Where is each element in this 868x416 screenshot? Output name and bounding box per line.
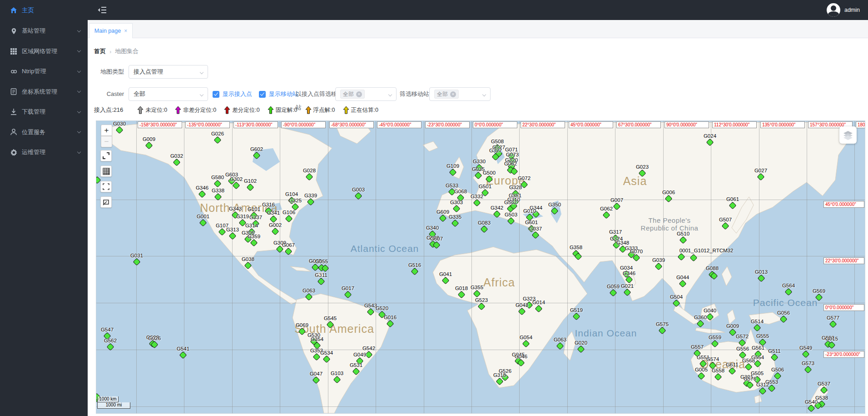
tag-close-icon[interactable]: × [450,91,456,97]
station-label: G504 [670,294,683,300]
station-label: G358 [570,245,582,250]
user-name: admin [844,7,860,13]
station-label: G106 [283,210,295,215]
sidebar-item-label: 位置服务 [22,128,78,136]
sidebar-item-1[interactable]: 基站管理 [0,21,88,41]
top-bar: admin [0,0,868,20]
graticule-toggle-button[interactable] [100,165,112,177]
station-label: G559 [709,335,721,340]
longitude-label: -135°0'0.000000" [185,121,230,128]
longitude-label: 135°0'0.000000" [760,121,805,128]
station-label: G510 [677,231,689,236]
sidebar-item-3[interactable]: Ntrip管理 [0,61,88,82]
avatar[interactable] [827,3,840,17]
sidebar-home-label: 主页 [22,6,34,15]
station-label: G348 [616,240,629,246]
station-label: G062 [504,161,517,166]
layer-switcher-button[interactable] [839,126,857,144]
checkbox-checked-icon[interactable] [259,91,266,98]
station-label: G569 [813,288,825,294]
station-label: G083 [478,220,491,226]
station-label: G310 [507,197,520,202]
station-label: G070 [630,249,643,254]
legend-item-label: 差分定位:0 [232,106,259,114]
station-label: G059 [607,284,620,289]
breadcrumb-root[interactable]: 首页 [94,47,106,55]
station-label: G102 [244,178,257,184]
station-label: G026 [148,336,161,341]
tab-label: Main page [94,28,121,34]
station-label: G316 [262,202,275,207]
station-label: G534 [320,350,333,356]
station-label: G303 [450,200,463,205]
longitude-label: -158°30'0.000000" [138,121,182,128]
map-place-label: Pacific Ocean [753,297,818,308]
box-select-button[interactable] [100,196,112,208]
station-label: G047 [310,371,322,376]
station-label: G317 [609,229,622,235]
scale-bar-mi: 1000 mi [97,402,130,409]
graticule-line [519,121,520,414]
station-label: G602 [250,146,263,152]
sidebar-item-5[interactable]: 下载管理 [0,102,88,122]
user-menu[interactable]: admin [827,0,860,20]
status-legend: 接入点:216 未定位:0非差分定位:0差分定位:0固定解:0浮点解:0正在估算… [94,105,378,115]
legend-item-label: 浮点解:0 [313,106,335,114]
tag-close-icon[interactable]: × [356,91,362,97]
graticule-line [232,121,233,414]
caster-select[interactable]: 全部 [129,87,208,101]
station-label: G332 [471,194,483,199]
station-label: G574 [706,356,719,362]
station-label: G609 [436,209,449,215]
tab-main-page[interactable]: Main page × [89,23,133,38]
show-access-points-checkbox[interactable]: 显示接入点 [213,87,252,101]
map-type-select[interactable]: 接入点管理 [129,65,208,79]
sidebar-item-7[interactable]: 运维管理 [0,142,88,163]
station-label: G359 [248,234,260,239]
sidebar-item-label: 运维管理 [22,148,78,156]
menu-collapse-icon[interactable] [98,5,107,15]
zoom-out-button[interactable]: − [101,136,112,147]
sidebar-item-6[interactable]: 位置服务 [0,122,88,143]
station-label: G101 [248,206,260,212]
rover-by-access-select[interactable]: 全部× [335,87,397,101]
map-canvas[interactable]: North AmericaSouth AmericaEuropeAfricaAs… [96,120,865,414]
zoom-in-button[interactable]: + [101,125,112,136]
arrow-marker-icon [175,106,181,114]
station-label: G104 [285,191,298,197]
station-label: G542 [362,346,375,351]
station-label: G024 [704,133,716,139]
graticule-line [96,350,865,350]
station-label: G032 [170,153,183,159]
map-place-label: Indian Ocean [575,328,637,339]
pin-icon [10,27,17,35]
arrow-marker-icon [224,106,230,114]
station-label: G039 [652,257,665,263]
longitude-label: 22°30'0.000000" [521,121,565,128]
station-label: G002 [269,222,282,228]
selected-tag: 全部× [340,90,365,99]
chevron-down-icon [77,49,81,52]
longitude-label: -113°30'0.000000" [233,121,278,128]
chevron-down-icon [77,110,81,113]
station-label: G014 [532,300,545,305]
station-label: G062 [600,206,613,211]
station-label: G312 [756,382,769,387]
tag-label: 全部 [437,90,448,98]
sidebar-item-2[interactable]: 区域网络管理 [0,41,88,62]
zoom-to-extent-button[interactable] [100,150,112,161]
station-label: G339 [304,193,317,198]
graticule-line [96,256,865,256]
rover-type-select[interactable]: 全部× [429,87,491,101]
tab-close-icon[interactable]: × [124,28,127,34]
fullscreen-button[interactable] [100,181,112,192]
sidebar-item-home[interactable]: 主页 [0,0,88,21]
sidebar-item-4[interactable]: 坐标系统管理 [0,82,88,102]
station-label: G556 [736,346,749,351]
show-rovers-checkbox[interactable]: 显示移动站 [259,87,298,101]
station-label: G007 [610,197,623,203]
station-label: G031 [130,253,143,258]
checkbox-checked-icon[interactable] [213,91,219,98]
station-label: G068 [454,189,467,194]
breadcrumb: 首页 › 地图集合 [94,47,139,55]
